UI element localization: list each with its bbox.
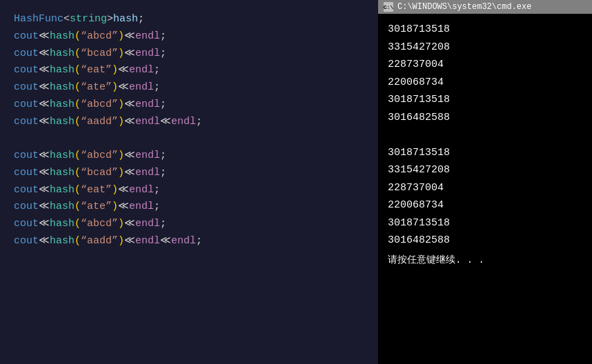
code-panel: HashFunc<string> hash;cout ≪ hash(“abcd”… [0,0,378,364]
code-token: “bcad” [81,46,118,63]
code-token: ≪ [124,233,135,250]
output-value: 3315427208 [388,161,582,179]
code-token: ; [160,46,166,63]
code-token: ; [154,79,160,97]
code-line: cout ≪ hash(“abcd”) ≪ endl; [14,28,364,46]
terminal-spacer [388,126,582,144]
code-token: ; [196,114,202,131]
code-token: ) [118,28,124,46]
code-token: hash [50,148,75,165]
code-token: ≪ [39,62,50,79]
code-token: endl [135,233,160,250]
code-token: > [107,11,113,28]
code-token: ≪ [39,182,50,199]
code-token: hash [50,165,75,182]
code-token: ≪ [39,114,50,131]
code-token: ) [118,216,124,233]
code-token: ≪ [39,79,50,97]
code-token: ; [154,62,160,79]
code-token: ; [160,148,166,165]
code-token: ; [154,199,160,216]
code-token: ≪ [118,182,129,199]
code-token: ) [118,46,124,63]
code-line: cout ≪ hash(“ate”) ≪ endl; [14,199,364,216]
code-token: endl [129,79,154,97]
code-token: “abcd” [81,97,118,114]
code-token: endl [171,233,196,250]
output-value: 220068734 [388,196,582,214]
code-token: endl [171,114,196,131]
code-line: cout ≪ hash(“aadd”) ≪ endl ≪ endl; [14,233,364,250]
code-token: ; [160,216,166,233]
code-token: ; [138,11,144,28]
code-token: ) [118,114,124,131]
code-token: endl [135,28,160,46]
code-line: cout ≪ hash(“aadd”) ≪ endl ≪ endl; [14,114,364,131]
code-token: hash [50,46,75,63]
code-token: ) [112,199,118,216]
code-token: ( [75,233,81,250]
code-line: cout ≪ hash(“abcd”) ≪ endl; [14,148,364,165]
code-token: cout [14,233,39,250]
code-token: ≪ [39,46,50,63]
code-token: ≪ [39,233,50,250]
code-token: ( [75,165,81,182]
code-token: ( [75,79,81,97]
code-token: cout [14,114,39,131]
code-token: endl [135,97,160,114]
terminal-title: C:\WINDOWS\system32\cmd.exe [397,2,531,12]
code-token: HashFunc [14,11,63,28]
code-token: ≪ [118,79,129,97]
code-line: cout ≪ hash(“ate”) ≪ endl; [14,79,364,97]
code-token: ≪ [124,165,135,182]
code-token: “bcad” [81,165,118,182]
output-value: 3018713518 [388,144,582,162]
code-token: ) [118,165,124,182]
code-token: ) [112,79,118,97]
code-token: ≪ [160,233,171,250]
code-token: ; [154,182,160,199]
code-token: “ate” [81,199,112,216]
code-token: cout [14,62,39,79]
code-token: < [63,11,70,28]
code-line: cout ≪ hash(“bcad”) ≪ endl; [14,46,364,63]
code-line: cout ≪ hash(“abcd”) ≪ endl; [14,216,364,233]
code-token: hash [50,199,75,216]
code-token: cout [14,28,39,46]
code-token: cout [14,79,39,97]
code-token: ) [118,97,124,114]
code-token: cout [14,165,39,182]
code-token: “abcd” [81,148,118,165]
code-token: ≪ [160,114,171,131]
code-token: hash [50,233,75,250]
code-token: hash [113,11,138,28]
code-token: cout [14,182,39,199]
code-token: ( [75,62,81,79]
output-value: 3315427208 [388,39,582,57]
code-token: endl [135,148,160,165]
code-spacer [14,130,364,148]
code-token: ( [75,28,81,46]
code-token: ; [160,165,166,182]
code-token: cout [14,148,39,165]
code-token: “eat” [81,182,112,199]
code-line: cout ≪ hash(“eat”) ≪ endl; [14,182,364,199]
output-value: 3018713518 [388,214,582,232]
code-token: “aadd” [81,233,118,250]
code-token: ) [118,233,124,250]
output-value: 228737004 [388,56,582,74]
code-token: endl [135,165,160,182]
code-line: cout ≪ hash(“eat”) ≪ endl; [14,62,364,79]
code-token: “abcd” [81,28,118,46]
code-line: cout ≪ hash(“bcad”) ≪ endl; [14,165,364,182]
code-token: ≪ [39,28,50,46]
code-token: ( [75,199,81,216]
terminal-titlebar: C:\ C:\WINDOWS\system32\cmd.exe [378,0,592,14]
code-token: hash [50,79,75,97]
code-token: endl [129,62,154,79]
code-token: hash [50,182,75,199]
code-token: hash [50,114,75,131]
code-token: endl [135,216,160,233]
code-token: ≪ [124,114,135,131]
terminal-panel: C:\ C:\WINDOWS\system32\cmd.exe 30187135… [378,0,592,364]
